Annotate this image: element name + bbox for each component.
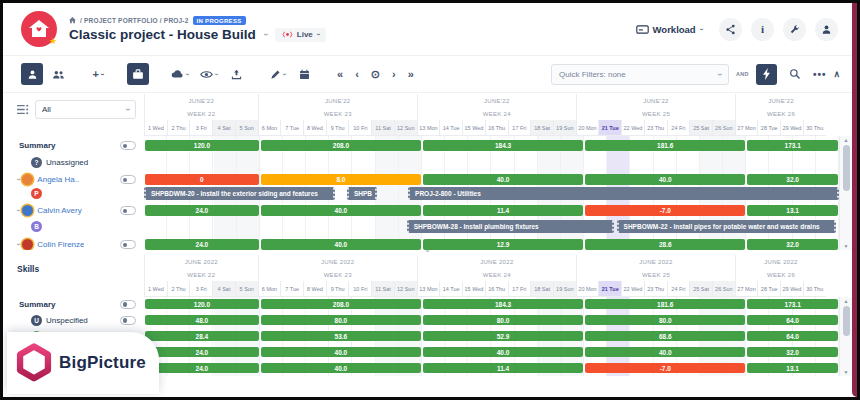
day-cell[interactable]: 15 Wed <box>462 281 485 297</box>
workload-bar[interactable]: 64.0 <box>747 331 838 341</box>
day-cell[interactable]: 19 Sun <box>553 281 576 297</box>
day-cell[interactable]: 12 Sun <box>394 281 417 297</box>
workload-bar[interactable]: 64.0 <box>747 315 838 325</box>
scope-button[interactable]: › <box>167 63 192 85</box>
prev-button[interactable]: ‹ <box>351 68 363 80</box>
day-cell[interactable]: 11 Sat <box>371 120 394 136</box>
day-cell[interactable]: 9 Thu <box>326 281 349 297</box>
day-cell[interactable]: 16 Thu <box>485 120 508 136</box>
workload-bar[interactable]: 40.0 <box>423 174 583 185</box>
workload-bar[interactable]: 120.0 <box>145 140 259 151</box>
live-toggle[interactable]: Live › <box>275 28 326 42</box>
list-filter-icon[interactable] <box>17 104 29 115</box>
next-button[interactable]: › <box>388 68 400 80</box>
row-toggle-switch[interactable] <box>120 175 136 184</box>
day-cell[interactable]: 2 Thu <box>167 281 190 297</box>
day-cell[interactable]: 19 Sun <box>553 120 576 136</box>
day-cell[interactable]: 30 Thu <box>803 120 826 136</box>
day-cell[interactable]: 24 Fri <box>667 281 690 297</box>
day-cell[interactable]: 5 Sun <box>235 120 258 136</box>
workload-bar[interactable]: 32.0 <box>747 347 838 357</box>
day-cell[interactable]: 1 Wed <box>144 120 167 136</box>
today-target-button[interactable]: ⊙ <box>367 68 384 81</box>
workload-bar[interactable]: 24.0 <box>145 347 259 357</box>
workload-bar[interactable]: 40.0 <box>585 174 745 185</box>
workload-bar[interactable]: 52.9 <box>423 331 583 341</box>
day-cell[interactable]: 18 Sat <box>530 120 553 136</box>
workload-bar[interactable]: 24.0 <box>145 205 259 216</box>
day-cell[interactable]: 16 Thu <box>485 281 508 297</box>
day-cell[interactable]: 29 Wed <box>780 281 803 297</box>
more-options-button[interactable]: ••• <box>813 69 827 80</box>
workload-bar[interactable]: 53.6 <box>261 331 421 341</box>
workload-bar[interactable]: -7.0 <box>585 205 745 216</box>
pane-collapse-divider[interactable]: › <box>3 246 852 255</box>
day-cell[interactable]: 26 Sun <box>712 281 735 297</box>
search-button[interactable] <box>784 63 806 85</box>
day-cell[interactable]: 28 Tue <box>757 120 780 136</box>
day-cell[interactable]: 27 Mon <box>735 281 758 297</box>
day-cell[interactable]: 25 Sat <box>689 120 712 136</box>
day-cell[interactable]: 9 Thu <box>326 120 349 136</box>
add-button[interactable]: +› <box>87 63 109 85</box>
workload-bar[interactable]: 40.0 <box>261 363 421 373</box>
workload-bar[interactable]: 11.4 <box>423 205 583 216</box>
day-cell[interactable]: 24 Fri <box>667 120 690 136</box>
calendar-button[interactable] <box>293 63 315 85</box>
scroll-up-icon[interactable]: ▲ <box>844 298 849 304</box>
day-cell[interactable]: 30 Thu <box>803 281 826 297</box>
day-cell[interactable]: 7 Tue <box>280 281 303 297</box>
day-cell[interactable]: 7 Tue <box>280 120 303 136</box>
day-cell[interactable]: 26 Sun <box>712 120 735 136</box>
day-cell[interactable]: 23 Thu <box>644 281 667 297</box>
workload-bar[interactable]: 173.1 <box>747 140 838 151</box>
workload-bar[interactable]: 80.0 <box>585 315 745 325</box>
day-cell[interactable]: 13 Mon <box>417 281 440 297</box>
day-cell[interactable]: 17 Fri <box>508 281 531 297</box>
workload-bar[interactable]: 184.3 <box>423 140 583 151</box>
day-cell[interactable]: 15 Wed <box>462 120 485 136</box>
workload-bar[interactable]: 11.4 <box>423 363 583 373</box>
workload-bar[interactable]: 40.0 <box>261 347 421 357</box>
row-toggle-switch[interactable] <box>120 316 136 325</box>
workload-bar[interactable]: 24.0 <box>145 363 259 373</box>
task-bar[interactable]: SHPBOWM-22 - Install pipes for potable w… <box>617 220 837 233</box>
day-cell[interactable]: 22 Wed <box>621 120 644 136</box>
day-cell[interactable]: 12 Sun <box>394 120 417 136</box>
workload-bar[interactable]: 40.0 <box>423 347 583 357</box>
day-cell[interactable]: 10 Fri <box>348 281 371 297</box>
breadcrumb-path[interactable]: / PROJECT PORTFOLIO / PROJ-2 <box>80 17 189 24</box>
day-cell[interactable]: 1 Wed <box>144 281 167 297</box>
workload-bar[interactable]: 0 <box>145 174 259 185</box>
row-label[interactable]: Calvin Avery <box>37 206 81 215</box>
workload-bar[interactable]: 181.6 <box>585 299 745 309</box>
edit-pen-button[interactable]: › <box>266 63 289 85</box>
workload-bar[interactable]: 120.0 <box>145 299 259 309</box>
workload-bar[interactable]: 68.6 <box>585 331 745 341</box>
day-cell[interactable]: 18 Sat <box>530 281 553 297</box>
workload-bar[interactable]: 80.0 <box>261 315 421 325</box>
vertical-scrollbar[interactable]: ▲ ▼ <box>839 297 852 376</box>
day-cell[interactable]: 28 Tue <box>757 281 780 297</box>
vertical-scrollbar[interactable]: ▲ ▼ <box>839 136 852 250</box>
day-cell[interactable]: 4 Sat <box>212 281 235 297</box>
workload-bar[interactable]: 32.0 <box>747 174 838 185</box>
workload-bar[interactable]: 184.3 <box>423 299 583 309</box>
jump-last-button[interactable]: » <box>404 68 418 80</box>
task-bar[interactable]: SHPBOWM-28 - Install plumbing fixtures <box>407 220 614 233</box>
day-cell[interactable]: 6 Mon <box>258 120 281 136</box>
view-mode-select[interactable]: Workload › <box>636 24 702 35</box>
row-toggle-switch[interactable] <box>120 300 136 309</box>
task-bar[interactable]: SHPBDWM-20 - Install the exterior siding… <box>144 187 335 200</box>
jump-first-button[interactable]: « <box>333 68 347 80</box>
workload-bar[interactable]: 28.4 <box>145 331 259 341</box>
workload-bar[interactable]: 8.0 <box>261 174 421 185</box>
workload-bar[interactable]: 208.0 <box>261 140 421 151</box>
day-cell[interactable]: 8 Wed <box>303 281 326 297</box>
day-cell-today[interactable]: 21 Tue <box>598 120 621 136</box>
export-button[interactable] <box>226 63 248 85</box>
workload-bar[interactable]: 173.1 <box>747 299 838 309</box>
day-cell[interactable]: 17 Fri <box>508 120 531 136</box>
share-button[interactable] <box>719 18 742 41</box>
day-cell[interactable]: 27 Mon <box>735 120 758 136</box>
